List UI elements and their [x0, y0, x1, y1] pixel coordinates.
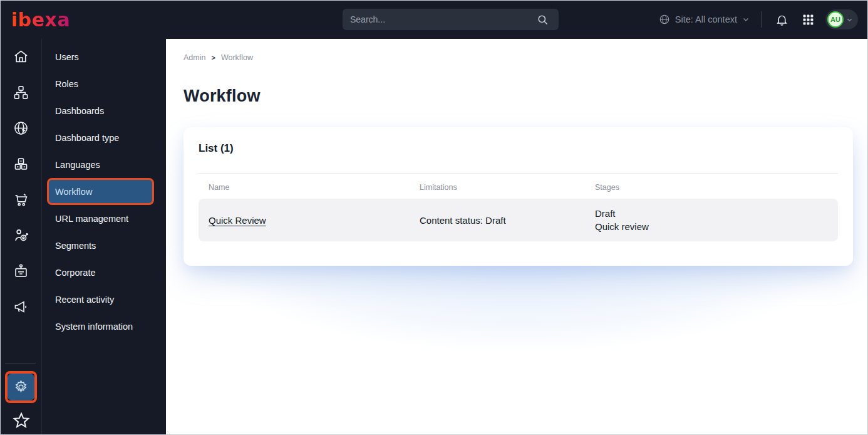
topbar-right: Site: All context AU — [659, 0, 858, 39]
sidebar-item-roles[interactable]: Roles — [42, 70, 166, 97]
table-row[interactable]: Quick Review Content status: Draft Draft… — [199, 199, 838, 241]
site-globe-cursor-icon — [13, 120, 29, 137]
apps-grid-icon[interactable] — [799, 11, 817, 28]
sidebar-item-site[interactable] — [0, 110, 41, 146]
global-search[interactable] — [343, 9, 559, 30]
sidebar-item-segments[interactable]: Segments — [42, 232, 166, 259]
site-context-label: Site: All context — [675, 14, 737, 24]
stage-item: Quick review — [595, 220, 828, 233]
sidebar-item-personalization[interactable] — [0, 218, 41, 253]
sidebar-item-commerce[interactable] — [0, 182, 41, 218]
avatar[interactable]: AU — [827, 11, 844, 28]
sidebar-item-marketing[interactable] — [0, 289, 41, 325]
sidebar-item-recent-activity[interactable]: Recent activity — [42, 286, 166, 313]
sidebar-item-dashboards[interactable]: Dashboards — [42, 97, 166, 124]
megaphone-icon — [13, 298, 29, 315]
settings-highlight-box — [5, 371, 37, 403]
rail-divider — [5, 363, 36, 364]
sidebar-item-dashboard-type[interactable]: Dashboard type — [42, 124, 166, 151]
stage-item: Draft — [595, 207, 828, 220]
chevron-down-icon — [742, 16, 750, 23]
rail-bottom — [0, 367, 42, 431]
breadcrumb-workflow: Workflow — [221, 53, 253, 62]
main-content: Admin > Workflow Workflow List (1) Name … — [166, 39, 868, 435]
admin-settings-button[interactable] — [8, 374, 34, 401]
product-blocks-icon — [13, 155, 29, 172]
search-input[interactable] — [350, 14, 534, 24]
breadcrumb: Admin > Workflow — [183, 53, 253, 62]
sidebar-item-languages[interactable]: Languages — [42, 151, 166, 178]
workflow-limitations: Content status: Draft — [420, 215, 595, 226]
sidebar-icon-rail — [0, 39, 42, 435]
user-chevron-down-icon — [846, 16, 853, 23]
list-card-title: List (1) — [199, 142, 838, 155]
home-icon — [13, 48, 29, 65]
person-target-icon — [13, 227, 29, 244]
sidebar-item-corporate[interactable]: Corporate — [42, 259, 166, 286]
table-header-row: Name Limitations Stages — [199, 174, 838, 199]
notifications-bell-icon[interactable] — [773, 11, 790, 28]
column-header-name: Name — [209, 183, 420, 192]
content-tree-icon — [13, 84, 29, 101]
page-title: Workflow — [183, 86, 261, 106]
globe-icon — [659, 14, 670, 25]
topbar-divider — [761, 11, 762, 28]
breadcrumb-admin[interactable]: Admin — [183, 53, 205, 62]
sidebar-item-system-information[interactable]: System information — [42, 313, 166, 340]
workflow-name-link[interactable]: Quick Review — [209, 215, 266, 226]
star-icon — [11, 411, 31, 431]
sidebar-item-corporate[interactable] — [0, 253, 41, 289]
workflow-stages: Draft Quick review — [595, 207, 828, 233]
user-menu[interactable]: AU — [825, 9, 858, 29]
sidebar-item-content[interactable] — [0, 75, 41, 110]
site-context-dropdown[interactable]: Site: All context — [659, 14, 750, 25]
search-icon[interactable] — [534, 11, 551, 28]
sidebar-item-dashboard[interactable] — [0, 39, 41, 75]
ibexa-logo[interactable]: ibexa — [11, 9, 70, 31]
sidebar-item-url-management[interactable]: URL management — [42, 205, 166, 232]
sidebar-item-users[interactable]: Users — [42, 43, 166, 70]
favorites-button[interactable] — [0, 411, 42, 431]
topbar: ibexa Site: All context — [0, 0, 868, 39]
workflow-list-card: List (1) Name Limitations Stages Quick R… — [183, 127, 853, 266]
breadcrumb-separator: > — [211, 54, 215, 61]
sidebar-item-workflow[interactable]: Workflow — [47, 178, 154, 205]
id-badge-icon — [13, 263, 29, 280]
column-header-limitations: Limitations — [420, 183, 595, 192]
column-header-stages: Stages — [595, 183, 828, 192]
gear-icon — [13, 379, 29, 395]
admin-submenu: Users Roles Dashboards Dashboard type La… — [42, 39, 166, 435]
shopping-cart-icon — [13, 191, 29, 208]
sidebar-item-product-catalog[interactable] — [0, 146, 41, 182]
